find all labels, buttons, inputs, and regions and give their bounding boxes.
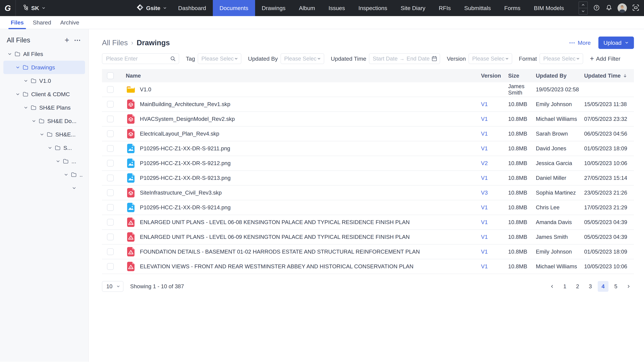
tree-expander[interactable]	[3, 181, 85, 195]
chevron-down-icon[interactable]	[24, 78, 28, 83]
page-5[interactable]: 5	[610, 281, 621, 292]
nav-item-issues[interactable]: Issues	[322, 0, 352, 16]
chevron-down-icon[interactable]	[24, 105, 28, 110]
file-name-cell[interactable]: SiteInfrastructure_Civil_Rev3.skp	[119, 188, 481, 198]
version-link[interactable]: V1	[481, 101, 508, 107]
table-row[interactable]: P10295-HCC-Z1-XX-DR-S-9213.png V1 10.8MB…	[102, 171, 634, 186]
file-name-cell[interactable]: P10295-HCC-Z1-XX-DR-S-9211.png	[119, 143, 481, 153]
breadcrumb-parent[interactable]: All Files	[102, 38, 128, 47]
nav-item-submittals[interactable]: Submittals	[458, 0, 498, 16]
table-row[interactable]: FOUNDATION DETAILS - BASEMENT 01-02 HARR…	[102, 245, 634, 259]
column-updated-time[interactable]: Updated Time	[584, 72, 634, 79]
row-checkbox[interactable]	[107, 263, 114, 270]
version-filter-select[interactable]: Please Select	[468, 53, 512, 64]
add-folder-icon[interactable]: +	[64, 37, 69, 43]
table-row[interactable]: V1.0 James Smith 19/05/2023 02:58	[102, 82, 634, 97]
nav-item-album[interactable]: Album	[292, 0, 322, 16]
version-link[interactable]: V1	[481, 234, 508, 240]
nav-item-rfis[interactable]: RFIs	[432, 0, 458, 16]
version-link[interactable]: V1	[481, 263, 508, 270]
version-link[interactable]: V1	[481, 145, 508, 152]
column-version[interactable]: Version	[481, 72, 508, 79]
table-row[interactable]: P10295-HCC-Z1-XX-DR-S-9211.png V1 10.8MB…	[102, 141, 634, 156]
version-link[interactable]: V3	[481, 190, 508, 196]
chevron-down-icon[interactable]	[64, 172, 68, 177]
tree-item-client-cdmc[interactable]: Client & CDMC	[3, 87, 85, 101]
column-name[interactable]: Name	[119, 72, 481, 79]
version-link[interactable]: V1	[481, 116, 508, 122]
file-name-cell[interactable]: V1.0	[119, 84, 481, 94]
table-row[interactable]: ElectricalLayout_Plan_Rev4.skp V1 10.8MB…	[102, 126, 634, 141]
row-checkbox[interactable]	[107, 86, 114, 93]
version-link[interactable]: V1	[481, 175, 508, 181]
nav-item-site-diary[interactable]: Site Diary	[394, 0, 432, 16]
tree-item-sh-e[interactable]: SH&E...	[3, 128, 85, 141]
date-range-picker[interactable]: Start Date → End Date	[369, 53, 440, 64]
tag-filter-select[interactable]: Please Select	[198, 53, 241, 64]
file-name-cell[interactable]: HVACSystem_DesignModel_Rev2.skp	[119, 114, 481, 124]
row-checkbox[interactable]	[107, 145, 114, 152]
nav-scroll-up-button[interactable]	[578, 1, 588, 8]
column-size[interactable]: Size	[508, 72, 536, 79]
upload-button[interactable]: Upload	[598, 36, 634, 49]
version-link[interactable]: V1	[481, 249, 508, 255]
tree-item-s[interactable]: S...	[3, 141, 85, 155]
row-checkbox[interactable]	[107, 130, 114, 137]
version-link[interactable]: V1	[481, 219, 508, 225]
tree-item-[interactable]: ...	[3, 155, 85, 168]
version-link[interactable]: V1	[481, 131, 508, 137]
row-checkbox[interactable]	[107, 189, 114, 196]
row-checkbox[interactable]	[107, 116, 114, 122]
more-options-icon[interactable]: ⋯	[74, 36, 81, 44]
row-checkbox[interactable]	[107, 101, 114, 108]
chevron-down-icon[interactable]	[48, 145, 52, 150]
table-row[interactable]: SiteInfrastructure_Civil_Rev3.skp V3 10.…	[102, 186, 634, 200]
chevron-down-icon[interactable]	[8, 52, 12, 56]
version-link[interactable]: V1	[481, 204, 508, 211]
file-name-cell[interactable]: FOUNDATION DETAILS - BASEMENT 01-02 HARR…	[119, 247, 481, 257]
avatar[interactable]	[618, 3, 627, 13]
updated-by-filter-select[interactable]: Please Select	[280, 53, 324, 64]
next-page-button[interactable]	[623, 281, 634, 292]
page-1[interactable]: 1	[560, 281, 570, 292]
nav-scroll-down-button[interactable]	[578, 8, 588, 14]
chevron-down-icon[interactable]	[16, 92, 20, 96]
chevron-down-icon[interactable]	[16, 65, 20, 70]
bell-icon[interactable]	[606, 4, 612, 12]
row-checkbox[interactable]	[107, 160, 114, 167]
file-name-cell[interactable]: ENLARGED UNIT PLANS - LEVEL 06-08 KENSIN…	[119, 217, 481, 227]
help-icon[interactable]: ?	[593, 4, 600, 12]
add-filter-button[interactable]: + Add Filter	[590, 55, 620, 62]
column-updated-by[interactable]: Updated By	[536, 72, 584, 79]
file-name-cell[interactable]: ENLARGED UNIT PLANS - LEVEL 06-09 KENSIN…	[119, 232, 481, 242]
nav-item-forms[interactable]: Forms	[498, 0, 527, 16]
search-input[interactable]	[106, 55, 170, 62]
format-filter-select[interactable]: Please Select	[540, 53, 583, 64]
chevron-down-icon[interactable]	[32, 119, 36, 123]
fullscreen-icon[interactable]	[632, 4, 640, 12]
row-checkbox[interactable]	[107, 219, 114, 226]
table-row[interactable]: MainBuilding_Architecture_Rev1.skp V1 10…	[102, 97, 634, 112]
file-name-cell[interactable]: P10295-HCC-Z1-XX-DR-S-9212.png	[119, 158, 481, 168]
select-all-checkbox[interactable]	[107, 72, 114, 79]
tree-item-all-files[interactable]: All Files	[3, 47, 85, 61]
table-row[interactable]: P10295-HCC-Z1-XX-DR-S-9214.png V1 10.8MB…	[102, 200, 634, 215]
file-name-cell[interactable]: MainBuilding_Architecture_Rev1.skp	[119, 99, 481, 109]
org-switcher[interactable]: SK	[23, 4, 46, 12]
nav-item-inspections[interactable]: Inspections	[352, 0, 394, 16]
nav-item-bim-models[interactable]: BIM Models	[527, 0, 571, 16]
version-link[interactable]: V2	[481, 160, 508, 166]
row-checkbox[interactable]	[107, 248, 114, 255]
tree-item-sh-e-do[interactable]: SH&E Do...	[3, 114, 85, 128]
page-2[interactable]: 2	[572, 281, 583, 292]
tree-item-drawings[interactable]: Drawings	[3, 61, 85, 74]
nav-item-drawings[interactable]: Drawings	[255, 0, 292, 16]
tree-item-sh-e-plans[interactable]: SH&E Plans	[3, 101, 85, 114]
sort-desc-icon[interactable]	[622, 73, 628, 78]
row-checkbox[interactable]	[107, 234, 114, 240]
table-row[interactable]: ENLARGED UNIT PLANS - LEVEL 06-09 KENSIN…	[102, 230, 634, 245]
tree-item-[interactable]: ..	[3, 168, 85, 181]
search-box[interactable]	[102, 53, 179, 64]
nav-item-documents[interactable]: Documents	[213, 0, 255, 16]
table-row[interactable]: P10295-HCC-Z1-XX-DR-S-9212.png V2 10.8MB…	[102, 156, 634, 171]
